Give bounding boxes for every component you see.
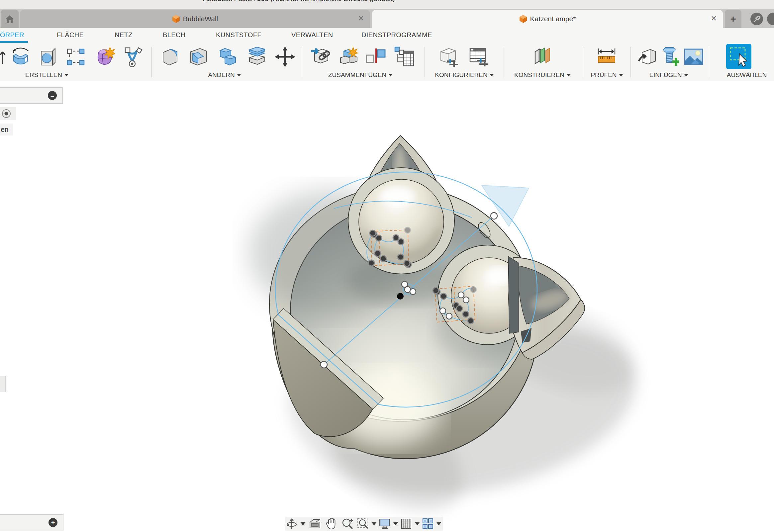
- menu-dienstprogramme[interactable]: DIENSTPROGRAMME: [361, 31, 432, 39]
- look-at-icon: [309, 519, 321, 529]
- collapse-icon[interactable]: –: [48, 91, 57, 100]
- grid-button[interactable]: [400, 517, 413, 531]
- look-at-button[interactable]: [307, 517, 323, 531]
- tab-label: KatzenLampe*: [530, 15, 576, 23]
- browser-panel-header[interactable]: –: [0, 87, 63, 104]
- shell-icon[interactable]: [188, 46, 209, 68]
- construction-planes-icon[interactable]: [532, 46, 552, 68]
- chevron-down-icon[interactable]: [415, 522, 420, 525]
- insert-link-icon[interactable]: [310, 46, 331, 68]
- section-zusammenfuegen[interactable]: ZUSAMMENFÜGEN: [328, 71, 393, 79]
- chevron-down-icon: [567, 74, 571, 76]
- new-component-icon[interactable]: [338, 46, 358, 68]
- radio-icon: [0, 107, 16, 120]
- section-konfigurieren[interactable]: KONFIGURIEREN: [435, 71, 494, 79]
- tab-label: BubbleWall: [183, 15, 218, 23]
- bom-icon[interactable]: [394, 46, 415, 68]
- menu-verwalten[interactable]: VERWALTEN: [291, 31, 333, 39]
- configure-cube-icon[interactable]: [438, 46, 459, 68]
- revolve-icon[interactable]: [10, 46, 31, 68]
- cursor-icon: [739, 54, 747, 66]
- generative-icon[interactable]: [122, 46, 143, 68]
- pan-hand-icon: [326, 518, 337, 530]
- timeline-bar[interactable]: +: [0, 514, 63, 531]
- display-settings-icon: [379, 518, 390, 529]
- document-icon: [519, 15, 527, 23]
- menu-kunststoff[interactable]: KUNSTSTOFF: [216, 31, 261, 39]
- browser-item-clipped[interactable]: en: [0, 124, 13, 135]
- measure-icon[interactable]: [596, 46, 617, 68]
- hole-icon[interactable]: [38, 46, 58, 68]
- window-title-clipped: Autodesk Fusion 360 (Nicht für kommerzie…: [100, 0, 498, 3]
- viewports-button[interactable]: [422, 517, 435, 531]
- chevron-down-icon[interactable]: [372, 522, 376, 525]
- orbit-button[interactable]: [285, 517, 299, 531]
- pan-button[interactable]: [323, 517, 339, 531]
- fit-zoom-button[interactable]: [356, 517, 370, 531]
- model-viewport[interactable]: [0, 81, 774, 532]
- window-titlebar: Autodesk Fusion 360 (Nicht für kommerzie…: [0, 0, 774, 9]
- viewports-icon: [422, 518, 434, 529]
- tab-katzenlampe-active[interactable]: KatzenLampe* ✕: [372, 10, 723, 28]
- grid-icon: [401, 518, 412, 529]
- section-aendern[interactable]: ÄNDERN: [208, 71, 241, 79]
- orbit-icon: [286, 518, 297, 530]
- new-tab-button[interactable]: +: [725, 10, 741, 28]
- fillet-icon[interactable]: [160, 46, 180, 68]
- chevron-down-icon: [389, 74, 393, 76]
- section-divider: [583, 47, 583, 77]
- derive-icon[interactable]: [637, 46, 658, 68]
- account-icon-partial: [767, 13, 774, 25]
- close-tab-icon[interactable]: ✕: [711, 15, 717, 23]
- combine-icon[interactable]: [218, 46, 238, 68]
- section-divider: [504, 47, 504, 77]
- active-menu-underline: [0, 41, 28, 43]
- menu-blech[interactable]: BLECH: [163, 31, 186, 39]
- ribbon-menu: KÖRPER FLÄCHE NETZ BLECH KUNSTSTOFF VERW…: [0, 28, 774, 43]
- view-navigation-bar: [285, 517, 443, 531]
- pattern-icon[interactable]: [65, 46, 86, 68]
- chevron-down-icon[interactable]: [436, 522, 441, 525]
- section-pruefen[interactable]: PRÜFEN: [591, 71, 623, 79]
- extensions-button[interactable]: [750, 12, 774, 27]
- select-tool-button[interactable]: [726, 44, 751, 69]
- joint-icon[interactable]: [365, 46, 386, 68]
- menu-koerper[interactable]: KÖRPER: [0, 31, 24, 39]
- home-tab[interactable]: [1, 10, 19, 28]
- offset-face-icon[interactable]: [247, 46, 267, 68]
- chevron-down-icon: [237, 74, 241, 76]
- extrude-icon[interactable]: [0, 46, 7, 68]
- section-konstruieren[interactable]: KONSTRUIEREN: [514, 71, 571, 79]
- section-einfuegen[interactable]: EINFÜGEN: [649, 71, 688, 79]
- browser-visibility-item[interactable]: [0, 107, 16, 120]
- section-auswaehlen: AUSWÄHLEN: [727, 71, 767, 79]
- document-icon: [172, 15, 180, 23]
- section-divider: [302, 47, 302, 77]
- menu-flaeche[interactable]: FLÄCHE: [57, 31, 84, 39]
- add-icon[interactable]: +: [48, 518, 57, 527]
- chevron-down-icon: [64, 74, 68, 76]
- form-icon[interactable]: [95, 46, 115, 68]
- configure-table-icon[interactable]: [468, 46, 489, 68]
- fit-zoom-icon: [357, 518, 369, 530]
- ribbon-toolbar: ERSTELLEN ÄNDERN ZUSAMMENFÜGEN KONFIGURI…: [0, 43, 774, 81]
- panel-handle[interactable]: [0, 376, 6, 392]
- close-tab-icon[interactable]: ✕: [358, 15, 364, 23]
- section-divider: [425, 47, 425, 77]
- zoom-button[interactable]: [339, 517, 356, 531]
- chevron-down-icon: [684, 74, 688, 76]
- chevron-down-icon[interactable]: [393, 522, 398, 525]
- chevron-down-icon: [490, 74, 494, 76]
- section-erstellen[interactable]: ERSTELLEN: [25, 71, 68, 79]
- zoom-icon: [341, 518, 354, 530]
- fastener-icon[interactable]: [660, 46, 681, 68]
- move-icon[interactable]: [275, 46, 295, 68]
- menu-netz[interactable]: NETZ: [115, 31, 133, 39]
- tab-bubblewall[interactable]: BubbleWall ✕: [20, 10, 370, 28]
- canvas-image-icon[interactable]: [683, 46, 704, 68]
- display-settings-button[interactable]: [378, 517, 391, 531]
- chevron-down-icon: [619, 74, 623, 76]
- section-divider: [709, 47, 709, 77]
- plug-icon: [750, 13, 763, 25]
- chevron-down-icon[interactable]: [301, 522, 305, 525]
